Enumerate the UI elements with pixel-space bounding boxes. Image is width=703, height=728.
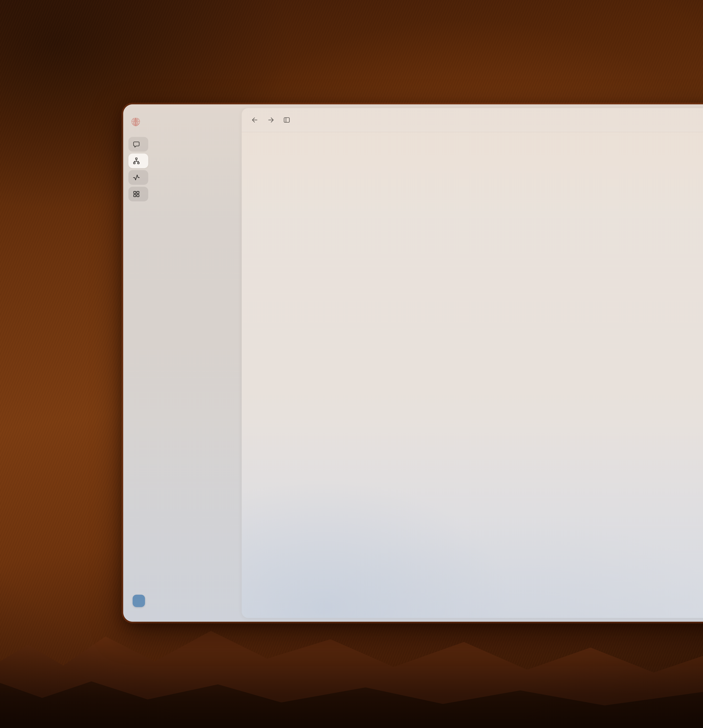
main-panel bbox=[242, 108, 703, 618]
brain-network-icon bbox=[131, 117, 141, 127]
forward-button[interactable] bbox=[267, 116, 274, 124]
sidebar-nav bbox=[128, 137, 148, 203]
grid-icon bbox=[133, 190, 140, 198]
back-button[interactable] bbox=[251, 116, 258, 124]
sidebar-item-memory[interactable] bbox=[128, 153, 148, 168]
panel-left-icon bbox=[283, 116, 290, 124]
activity-icon bbox=[133, 174, 140, 181]
sidebar-item-logs[interactable] bbox=[128, 170, 148, 185]
memory-graph-visualization bbox=[242, 132, 703, 618]
back-arrow-icon bbox=[251, 116, 258, 124]
network-icon bbox=[133, 157, 140, 165]
memory-graph-canvas[interactable] bbox=[242, 132, 703, 618]
forward-arrow-icon bbox=[267, 116, 274, 124]
sidebar-item-conversation[interactable] bbox=[128, 137, 148, 152]
sidebar-toggle-button[interactable] bbox=[283, 116, 290, 124]
panel-header bbox=[242, 108, 703, 132]
speech-bubble-icon bbox=[133, 140, 140, 148]
sidebar-item-integrations[interactable] bbox=[128, 187, 148, 201]
user-avatar[interactable] bbox=[133, 595, 145, 607]
app-logo bbox=[131, 117, 145, 127]
sidebar bbox=[123, 104, 242, 622]
core-app-window bbox=[123, 104, 703, 622]
